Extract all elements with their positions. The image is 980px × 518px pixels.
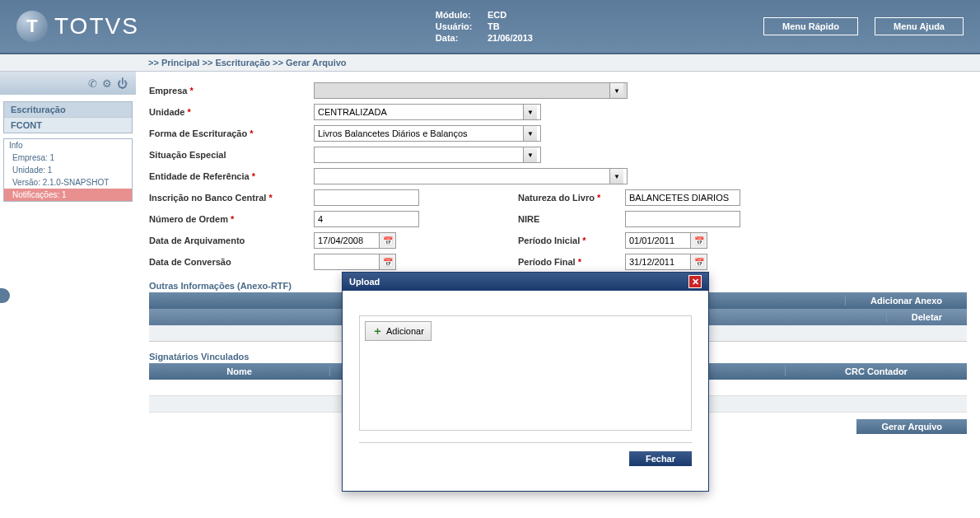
calendar-icon[interactable]: 📅 xyxy=(380,232,396,249)
power-icon[interactable]: ⏻ xyxy=(117,77,128,90)
logo: T TOTVS xyxy=(16,11,139,42)
numero-input[interactable] xyxy=(314,211,419,227)
modal-footer: Fechar xyxy=(359,451,692,483)
conversao-input[interactable] xyxy=(314,254,380,270)
gear-icon[interactable]: ⚙ xyxy=(102,77,112,90)
situacao-select[interactable]: ▼ xyxy=(314,147,541,163)
sidebar: ✆ ⚙ ⏻ Escrituração FCONT Info Empresa: 1… xyxy=(0,72,136,444)
inscricao-label: Inscrição no Banco Central xyxy=(149,193,266,203)
breadcrumb: >> Principal >> Escrituração >> Gerar Ar… xyxy=(0,54,980,72)
logo-icon: T xyxy=(16,11,48,42)
logo-text: TOTVS xyxy=(54,13,139,40)
unidade-label: Unidade xyxy=(149,107,184,117)
arquiv-date-field[interactable]: 📅 xyxy=(314,232,396,249)
conversao-date-field[interactable]: 📅 xyxy=(314,254,396,270)
nire-input[interactable] xyxy=(625,211,740,227)
inscricao-input[interactable] xyxy=(314,189,419,206)
sidebar-item-fcont[interactable]: FCONT xyxy=(4,118,132,133)
usuario-label: Usuário: xyxy=(436,21,485,31)
th-nome: Nome xyxy=(149,366,330,376)
info-versao: Versão: 2.1.0-SNAPSHOT xyxy=(4,176,132,189)
modal-body: ＋ Adicionar Fechar xyxy=(343,291,708,491)
modulo-value: ECD xyxy=(488,10,506,20)
pfinal-input[interactable] xyxy=(625,254,691,270)
empresa-select[interactable]: ▼ xyxy=(314,82,628,99)
natureza-label: Natureza do Livro xyxy=(518,193,595,203)
numero-label: Número de Ordem xyxy=(149,214,228,224)
breadcrumb-escrituracao[interactable]: Escrituração xyxy=(215,58,270,68)
entidade-select[interactable]: ▼ xyxy=(314,168,628,184)
forma-select[interactable]: Livros Balancetes Diários e Balanços▼ xyxy=(314,125,541,142)
close-icon[interactable]: ✕ xyxy=(688,275,702,288)
data-label: Data: xyxy=(436,33,485,43)
arquiv-label: Data de Arquivamento xyxy=(149,236,245,245)
breadcrumb-gerar-arquivo[interactable]: Gerar Arquivo xyxy=(286,58,347,68)
entidade-label: Entidade de Referência xyxy=(149,171,250,181)
menu-rapido-button[interactable]: Menu Rápido xyxy=(763,17,858,35)
conversao-label: Data de Conversão xyxy=(149,257,231,267)
header-info: Módulo: ECD Usuário: TB Data: 21/06/2013 xyxy=(436,8,533,44)
usuario-value: TB xyxy=(488,21,500,31)
chevron-down-icon: ▼ xyxy=(523,105,537,119)
arquiv-input[interactable] xyxy=(314,232,380,249)
chevron-down-icon: ▼ xyxy=(609,83,623,98)
chevron-down-icon: ▼ xyxy=(609,169,623,184)
pinicial-label: Período Inicial xyxy=(518,236,580,245)
sidebar-info-panel: Info Empresa: 1 Unidade: 1 Versão: 2.1.0… xyxy=(3,138,133,202)
data-value: 21/06/2013 xyxy=(488,33,533,43)
upload-dropzone: ＋ Adicionar xyxy=(359,315,692,431)
adicionar-button[interactable]: ＋ Adicionar xyxy=(365,321,432,341)
situacao-label: Situação Especial xyxy=(149,150,226,160)
sidebar-menu: Escrituração FCONT xyxy=(3,101,133,133)
modal-titlebar: Upload ✕ xyxy=(343,273,708,291)
header-buttons: Menu Rápido Menu Ajuda xyxy=(763,17,964,35)
info-empresa: Empresa: 1 xyxy=(4,152,132,164)
menu-ajuda-button[interactable]: Menu Ajuda xyxy=(875,17,964,35)
sidebar-item-escrituracao[interactable]: Escrituração xyxy=(4,102,132,118)
unidade-select[interactable]: CENTRALIZADA▼ xyxy=(314,104,541,120)
app-header: T TOTVS Módulo: ECD Usuário: TB Data: 21… xyxy=(0,0,980,54)
calendar-icon[interactable]: 📅 xyxy=(380,254,396,270)
pinicial-date-field[interactable]: 📅 xyxy=(625,232,707,249)
plus-icon: ＋ xyxy=(372,324,383,338)
phone-icon[interactable]: ✆ xyxy=(88,77,97,90)
th-crc: CRC Contador xyxy=(786,366,967,376)
adicionar-anexo-button[interactable]: Adicionar Anexo xyxy=(845,296,967,306)
pinicial-input[interactable] xyxy=(625,232,691,249)
chevron-down-icon: ▼ xyxy=(523,126,537,141)
upload-modal: Upload ✕ ＋ Adicionar Fechar xyxy=(342,272,709,492)
nire-label: NIRE xyxy=(518,214,539,224)
chevron-down-icon: ▼ xyxy=(523,147,537,162)
info-unidade: Unidade: 1 xyxy=(4,164,132,176)
breadcrumb-principal[interactable]: Principal xyxy=(161,58,199,68)
gerar-arquivo-button[interactable]: Gerar Arquivo xyxy=(856,419,967,434)
modulo-label: Módulo: xyxy=(436,10,485,20)
deletar-button[interactable]: Deletar xyxy=(886,312,967,322)
pfinal-label: Período Final xyxy=(518,257,576,267)
info-header: Info xyxy=(4,139,132,152)
modal-title-text: Upload xyxy=(349,277,380,287)
fechar-button[interactable]: Fechar xyxy=(629,451,692,466)
forma-label: Forma de Escrituração xyxy=(149,128,247,138)
info-notificacoes[interactable]: Notificações: 1 xyxy=(4,189,132,201)
calendar-icon[interactable]: 📅 xyxy=(691,232,707,249)
divider xyxy=(359,442,692,443)
empresa-label: Empresa xyxy=(149,86,187,96)
calendar-icon[interactable]: 📅 xyxy=(691,254,707,270)
sidebar-toolbar: ✆ ⚙ ⏻ xyxy=(0,72,136,95)
natureza-input[interactable] xyxy=(625,189,740,206)
pfinal-date-field[interactable]: 📅 xyxy=(625,254,707,270)
